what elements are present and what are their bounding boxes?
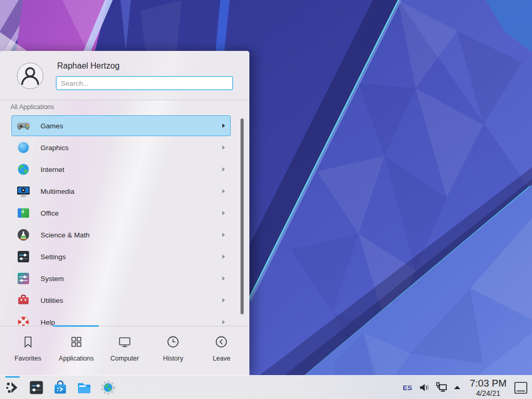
keyboard-layout-indicator[interactable]: ES: [403, 384, 412, 392]
active-task-indicator: [5, 376, 20, 378]
bookmark-icon: [21, 335, 35, 349]
system-icon: [17, 272, 30, 285]
menu-item-label: Settings: [41, 253, 66, 261]
submenu-arrow-icon: [222, 211, 225, 215]
application-category-list: Games Graphics Internet: [11, 115, 231, 326]
menu-item-label: Science & Math: [41, 231, 90, 239]
monitor-icon: [117, 335, 132, 349]
expand-tray-caret-icon[interactable]: [453, 381, 462, 394]
submenu-arrow-icon: [222, 189, 225, 193]
menu-item-label: Help: [41, 318, 55, 326]
games-icon: [17, 119, 30, 132]
tab-history[interactable]: History: [149, 326, 197, 375]
launcher-tab-bar: Favorites Applications Computer: [0, 326, 249, 375]
help-icon: [17, 315, 30, 326]
launcher-header: Raphael Hertzog: [0, 51, 249, 100]
submenu-arrow-icon: [222, 233, 225, 237]
file-manager-button[interactable]: [76, 380, 92, 395]
menu-item-internet[interactable]: Internet: [11, 159, 231, 180]
tab-applications[interactable]: Applications: [52, 326, 100, 375]
menu-item-system[interactable]: System: [11, 268, 231, 289]
menu-item-utilities[interactable]: Utilities: [11, 290, 231, 311]
menu-item-label: Multimedia: [41, 188, 74, 195]
user-avatar[interactable]: [17, 62, 44, 89]
tab-label: Computer: [111, 355, 139, 362]
network-wired-icon[interactable]: [435, 381, 448, 394]
tab-label: History: [163, 355, 183, 362]
application-launcher-button[interactable]: [5, 380, 20, 395]
tab-favorites[interactable]: Favorites: [4, 326, 52, 375]
scrollbar-thumb[interactable]: [241, 118, 244, 314]
menu-item-office[interactable]: Office: [11, 203, 231, 223]
search-input[interactable]: [56, 76, 233, 90]
taskbar-app-icons: [5, 380, 116, 395]
grid-icon: [69, 335, 84, 349]
tab-label: Applications: [59, 355, 94, 362]
digital-clock[interactable]: 7:03 PM 4/24/21: [470, 378, 507, 397]
system-tray: ES 7:03 PM 4/24/21: [403, 376, 528, 399]
submenu-arrow-icon: [222, 167, 225, 171]
graphics-icon: [17, 141, 30, 154]
menu-item-label: System: [41, 275, 64, 283]
menu-item-games[interactable]: Games: [11, 115, 231, 136]
submenu-arrow-icon: [222, 320, 225, 324]
tab-label: Leave: [212, 355, 230, 362]
multimedia-icon: [17, 184, 30, 198]
menu-item-help[interactable]: Help: [11, 312, 231, 326]
show-desktop-button[interactable]: [514, 381, 528, 394]
section-label: All Applications: [10, 103, 54, 111]
web-browser-button[interactable]: [100, 380, 116, 395]
tab-label: Favorites: [15, 355, 41, 362]
tab-computer[interactable]: Computer: [100, 326, 149, 375]
menu-item-label: Graphics: [41, 144, 69, 152]
submenu-arrow-icon: [222, 145, 225, 150]
internet-icon: [17, 163, 30, 176]
active-tab-indicator: [53, 325, 99, 327]
submenu-arrow-icon: [222, 276, 225, 281]
menu-item-label: Office: [41, 209, 59, 217]
menu-item-label: Internet: [41, 166, 64, 174]
application-launcher-menu: Raphael Hertzog All Applications Games: [0, 51, 249, 375]
utilities-icon: [17, 294, 30, 307]
settings-icon: [17, 250, 30, 263]
submenu-arrow-icon: [222, 298, 225, 302]
menu-item-graphics[interactable]: Graphics: [11, 137, 231, 158]
leave-icon: [214, 335, 229, 349]
submenu-arrow-icon: [222, 124, 225, 128]
menu-item-label: Games: [41, 122, 63, 130]
menu-item-science-math[interactable]: Science & Math: [11, 224, 231, 245]
tab-leave[interactable]: Leave: [197, 326, 246, 375]
clock-time: 7:03 PM: [470, 378, 507, 388]
science-icon: [17, 228, 30, 242]
system-settings-button[interactable]: [29, 380, 44, 395]
taskbar-panel: ES 7:03 PM 4/24/21: [0, 375, 532, 399]
office-icon: [17, 206, 30, 220]
clock-icon: [166, 335, 180, 349]
volume-icon[interactable]: [418, 381, 431, 394]
clock-date: 4/24/21: [470, 390, 507, 397]
menu-item-settings[interactable]: Settings: [11, 246, 231, 267]
user-name: Raphael Hertzog: [57, 61, 119, 71]
menu-item-multimedia[interactable]: Multimedia: [11, 181, 231, 202]
menu-item-label: Utilities: [41, 297, 63, 304]
discover-button[interactable]: [52, 380, 68, 395]
submenu-arrow-icon: [222, 255, 225, 259]
